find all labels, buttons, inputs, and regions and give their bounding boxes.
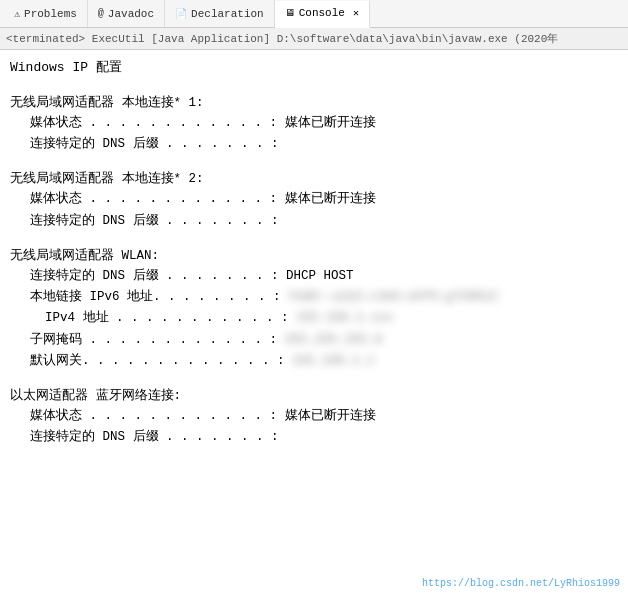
info-value: 媒体已断开连接 — [277, 113, 376, 134]
tab-problems[interactable]: ⚠ Problems — [4, 0, 88, 27]
adapter-section-2: 无线局域网适配器 本地连接* 2: 媒体状态 . . . . . . . . .… — [10, 169, 618, 232]
info-row: 子网掩码 . . . . . . . . . . . . : 255.255.2… — [30, 330, 618, 351]
adapter-header-1: 无线局域网适配器 本地连接* 1: — [10, 93, 618, 113]
info-value: DHCP HOST — [279, 266, 354, 287]
tab-declaration-label: Declaration — [191, 8, 264, 20]
console-icon: 🖥 — [285, 7, 295, 19]
toolbar-line: <terminated> ExecUtil [Java Application]… — [0, 28, 628, 50]
info-row: 媒体状态 . . . . . . . . . . . . : 媒体已断开连接 — [30, 406, 618, 427]
info-row: 媒体状态 . . . . . . . . . . . . : 媒体已断开连接 — [30, 113, 618, 134]
info-value-blurred: 192.168.1.xxx — [289, 308, 394, 329]
console-content[interactable]: Windows IP 配置 无线局域网适配器 本地连接* 1: 媒体状态 . .… — [0, 50, 628, 600]
info-value-blurred: 255.255.255.0 — [277, 330, 382, 351]
tab-javadoc[interactable]: @ Javadoc — [88, 0, 165, 27]
toolbar-text: <terminated> ExecUtil [Java Application]… — [6, 31, 558, 46]
info-label: 默认网关. . . . . . . . . . . . . : — [30, 351, 285, 372]
tab-console-label: Console — [299, 7, 345, 19]
info-value: 媒体已断开连接 — [277, 189, 376, 210]
info-label: 媒体状态 . . . . . . . . . . . . : — [30, 189, 277, 210]
adapter-section-1: 无线局域网适配器 本地连接* 1: 媒体状态 . . . . . . . . .… — [10, 93, 618, 156]
close-icon[interactable]: ✕ — [353, 7, 359, 19]
info-value-blurred: 192.168.1.1 — [285, 351, 375, 372]
info-row: 默认网关. . . . . . . . . . . . . : 192.168.… — [30, 351, 618, 372]
adapter-section-wlan: 无线局域网适配器 WLAN: 连接特定的 DNS 后缀 . . . . . . … — [10, 246, 618, 372]
tab-console[interactable]: 🖥 Console ✕ — [275, 1, 370, 28]
info-row: IPv4 地址 . . . . . . . . . . . : 192.168.… — [30, 308, 618, 329]
info-label: 子网掩码 . . . . . . . . . . . . : — [30, 330, 277, 351]
info-label: 连接特定的 DNS 后缀 . . . . . . . : — [30, 427, 279, 448]
info-row: 连接特定的 DNS 后缀 . . . . . . . : — [30, 211, 618, 232]
tab-bar: ⚠ Problems @ Javadoc 📄 Declaration 🖥 Con… — [0, 0, 628, 28]
info-row: 媒体状态 . . . . . . . . . . . . : 媒体已断开连接 — [30, 189, 618, 210]
adapter-header-2: 无线局域网适配器 本地连接* 2: — [10, 169, 618, 189]
info-value-blurred: fe80::a1b2:c3d4:e5f6:g7h8%12 — [281, 287, 499, 308]
info-row: 连接特定的 DNS 后缀 . . . . . . . : — [30, 427, 618, 448]
info-label: IPv4 地址 . . . . . . . . . . . : — [30, 308, 289, 329]
watermark: https://blog.csdn.net/LyRhios1999 — [422, 576, 620, 592]
javadoc-icon: @ — [98, 8, 104, 19]
info-label: 本地链接 IPv6 地址. . . . . . . . : — [30, 287, 281, 308]
info-label: 媒体状态 . . . . . . . . . . . . : — [30, 406, 277, 427]
tab-declaration[interactable]: 📄 Declaration — [165, 0, 275, 27]
info-row: 本地链接 IPv6 地址. . . . . . . . : fe80::a1b2… — [30, 287, 618, 308]
info-value: 媒体已断开连接 — [277, 406, 376, 427]
info-label: 媒体状态 . . . . . . . . . . . . : — [30, 113, 277, 134]
adapter-header-wlan: 无线局域网适配器 WLAN: — [10, 246, 618, 266]
info-row: 连接特定的 DNS 后缀 . . . . . . . : — [30, 134, 618, 155]
info-label: 连接特定的 DNS 后缀 . . . . . . . : — [30, 211, 279, 232]
tab-problems-label: Problems — [24, 8, 77, 20]
problems-icon: ⚠ — [14, 8, 20, 20]
info-label: 连接特定的 DNS 后缀 . . . . . . . : — [30, 266, 279, 287]
console-title: Windows IP 配置 — [10, 58, 618, 79]
info-label: 连接特定的 DNS 后缀 . . . . . . . : — [30, 134, 279, 155]
adapter-header-bluetooth: 以太网适配器 蓝牙网络连接: — [10, 386, 618, 406]
tab-javadoc-label: Javadoc — [108, 8, 154, 20]
adapter-section-bluetooth: 以太网适配器 蓝牙网络连接: 媒体状态 . . . . . . . . . . … — [10, 386, 618, 449]
declaration-icon: 📄 — [175, 8, 187, 20]
info-row: 连接特定的 DNS 后缀 . . . . . . . : DHCP HOST — [30, 266, 618, 287]
